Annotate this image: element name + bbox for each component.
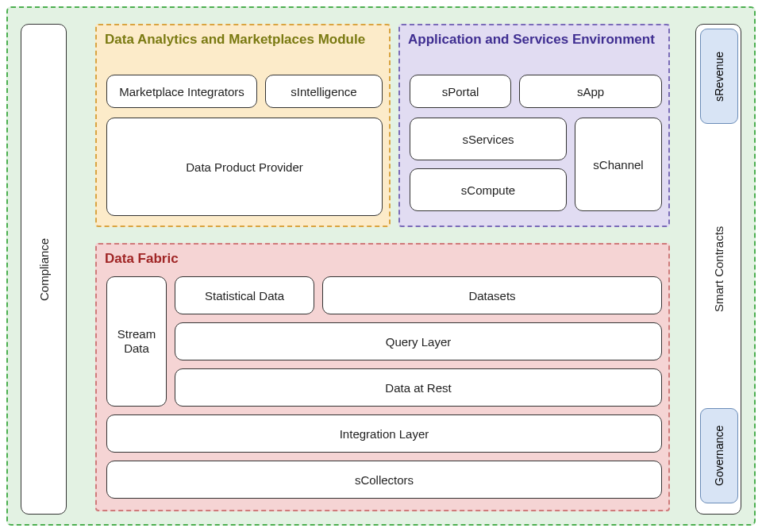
- datasets-box: Datasets: [322, 276, 662, 314]
- compliance-pillar: Compliance: [21, 24, 67, 515]
- marketplace-integrators-box: Marketplace Integrators: [106, 75, 257, 108]
- query-layer-box: Query Layer: [175, 322, 662, 360]
- analytics-title: Data Analytics and Marketplaces Module: [97, 25, 389, 49]
- app-env-title: Application and Services Environment: [400, 25, 668, 49]
- outer-container: Compliance Smart Contracts sRevenue Gove…: [6, 6, 756, 526]
- sservices-box: sServices: [410, 118, 567, 160]
- data-fabric-title: Data Fabric: [97, 245, 668, 268]
- sportal-box: sPortal: [410, 75, 511, 108]
- data-fabric-group: Data Fabric Stream Data Statistical Data…: [95, 243, 670, 511]
- analytics-group: Data Analytics and Marketplaces Module M…: [95, 24, 391, 227]
- sintelligence-box: sIntelligence: [265, 75, 383, 108]
- governance-badge: Governance: [700, 408, 738, 503]
- data-at-rest-box: Data at Rest: [175, 368, 662, 407]
- scompute-box: sCompute: [410, 168, 567, 211]
- schannel-box: sChannel: [575, 118, 662, 211]
- app-env-group: Application and Services Environment sPo…: [398, 24, 670, 227]
- statistical-data-box: Statistical Data: [175, 276, 314, 314]
- scollectors-box: sCollectors: [106, 461, 662, 499]
- stream-data-box: Stream Data: [106, 276, 167, 407]
- data-product-provider-box: Data Product Provider: [106, 118, 383, 216]
- integration-layer-box: Integration Layer: [106, 414, 662, 453]
- srevenue-badge: sRevenue: [700, 29, 738, 124]
- sapp-box: sApp: [519, 75, 662, 108]
